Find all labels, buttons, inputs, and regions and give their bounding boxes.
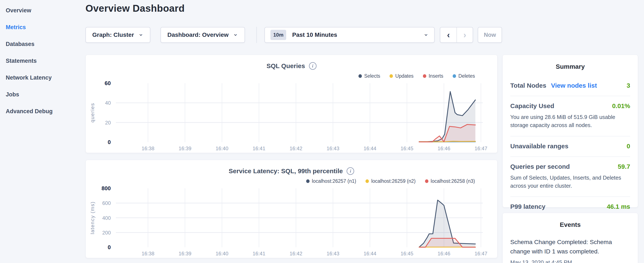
legend-label: localhost:26259 (n2) — [371, 178, 416, 184]
svg-text:16:45: 16:45 — [400, 251, 413, 256]
summary-row-total-nodes: Total Nodes View nodes list 3 — [510, 76, 630, 96]
sidebar-item-jobs[interactable]: Jobs — [0, 86, 81, 103]
page-title: Overview Dashboard — [86, 3, 185, 14]
legend-label: Selects — [364, 73, 380, 79]
total-nodes-label: Total Nodes — [510, 82, 546, 89]
svg-text:16:43: 16:43 — [326, 146, 339, 151]
svg-text:20: 20 — [105, 120, 111, 126]
svg-text:16:41: 16:41 — [252, 251, 265, 256]
time-forward-button[interactable]: › — [456, 28, 473, 42]
legend-label: localhost:26257 (n1) — [312, 178, 356, 184]
svg-text:16:45: 16:45 — [400, 146, 413, 151]
capacity-used-label: Capacity Used — [510, 102, 554, 110]
sidebar-item-databases[interactable]: Databases — [0, 36, 81, 53]
main-content: SQL Queries i SelectsUpdatesInsertsDelet… — [86, 55, 638, 263]
legend-item: localhost:26257 (n1) — [306, 178, 356, 184]
time-window-selector[interactable]: 10m Past 10 Minutes ⌄ — [264, 27, 434, 43]
svg-text:60: 60 — [104, 80, 111, 86]
view-nodes-list-link[interactable]: View nodes list — [551, 82, 597, 89]
p99-latency-label: P99 latency — [510, 203, 545, 210]
svg-text:16:43: 16:43 — [326, 251, 339, 256]
event-message[interactable]: Schema Change Completed: Schema change w… — [510, 237, 630, 256]
legend-label: Updates — [395, 73, 414, 79]
dashboard-dropdown[interactable]: Dashboard: Overview ⌄ — [160, 27, 245, 43]
svg-text:16:46: 16:46 — [438, 146, 450, 151]
svg-text:800: 800 — [102, 185, 111, 191]
sidebar-item-advanced-debug[interactable]: Advanced Debug — [0, 103, 81, 120]
svg-text:16:38: 16:38 — [142, 251, 154, 256]
legend-label: Deletes — [458, 73, 475, 79]
legend-item: Updates — [390, 73, 414, 79]
sidebar-item-network-latency[interactable]: Network Latency — [0, 69, 81, 86]
svg-text:16:47: 16:47 — [474, 146, 487, 151]
sql-queries-legend: SelectsUpdatesInsertsDeletes — [358, 73, 475, 79]
svg-text:16:44: 16:44 — [364, 146, 376, 151]
right-column: Summary Total Nodes View nodes list 3 Ca… — [502, 55, 638, 263]
queries-per-second-value: 59.7 — [618, 163, 630, 170]
service-latency-title: Service Latency: SQL, 99th percentile — [229, 167, 343, 175]
legend-item: Selects — [358, 73, 380, 79]
summary-panel: Summary Total Nodes View nodes list 3 Ca… — [502, 55, 638, 207]
event-timestamp: May 13, 2020 at 4:45 PM — [510, 259, 630, 263]
svg-text:16:44: 16:44 — [364, 251, 376, 256]
capacity-used-value: 0.01% — [612, 102, 630, 110]
summary-row-capacity-used: Capacity Used 0.01% You are using 28.6 M… — [510, 96, 630, 136]
events-panel: Events Schema Change Completed: Schema c… — [502, 213, 638, 263]
sql-queries-title: SQL Queries — [266, 62, 305, 70]
info-icon[interactable]: i — [309, 62, 316, 70]
legend-item: Deletes — [453, 73, 475, 79]
chevron-down-icon: ⌄ — [138, 31, 144, 37]
now-button[interactable]: Now — [478, 27, 502, 43]
events-title: Events — [510, 221, 630, 228]
sidebar-item-overview[interactable]: Overview — [0, 2, 81, 19]
sidebar: Overview Metrics Databases Statements Ne… — [0, 0, 81, 120]
svg-text:16:40: 16:40 — [216, 251, 228, 256]
legend-label: localhost:26258 (n3) — [431, 178, 475, 184]
summary-title: Summary — [510, 63, 630, 70]
time-window-label: Past 10 Minutes — [292, 32, 423, 38]
svg-text:40: 40 — [105, 100, 111, 106]
time-nav-group: ‹ › — [440, 27, 473, 43]
legend-dot-icon — [423, 74, 426, 78]
svg-text:16:39: 16:39 — [178, 251, 191, 256]
svg-text:0: 0 — [108, 244, 111, 250]
chevron-down-icon: ⌄ — [423, 31, 428, 37]
chevron-down-icon: ⌄ — [233, 31, 238, 37]
toolbar-divider — [256, 27, 257, 43]
queries-per-second-label: Queries per second — [510, 163, 570, 170]
legend-item: localhost:26258 (n3) — [425, 178, 475, 184]
legend-dot-icon — [366, 179, 369, 183]
legend-dot-icon — [390, 74, 393, 78]
svg-text:queries: queries — [90, 103, 95, 123]
p99-latency-value: 46.1 ms — [607, 203, 630, 210]
dashboard-dropdown-label: Dashboard: Overview — [167, 32, 228, 38]
svg-text:16:40: 16:40 — [216, 146, 228, 151]
svg-text:16:42: 16:42 — [290, 251, 302, 256]
svg-text:16:46: 16:46 — [438, 251, 450, 256]
legend-dot-icon — [306, 179, 310, 183]
sql-queries-card: SQL Queries i SelectsUpdatesInsertsDelet… — [86, 55, 498, 153]
time-back-button[interactable]: ‹ — [440, 28, 456, 42]
time-window-badge: 10m — [270, 30, 286, 40]
svg-text:400: 400 — [102, 215, 111, 221]
legend-item: Inserts — [423, 73, 443, 79]
svg-text:600: 600 — [102, 200, 111, 206]
graph-dropdown[interactable]: Graph: Cluster ⌄ — [86, 27, 150, 43]
svg-text:16:41: 16:41 — [252, 146, 265, 151]
legend-dot-icon — [425, 179, 428, 183]
toolbar: Graph: Cluster ⌄ Dashboard: Overview ⌄ 1… — [86, 27, 502, 43]
graph-dropdown-label: Graph: Cluster — [92, 32, 134, 38]
unavailable-ranges-label: Unavailable ranges — [510, 143, 568, 150]
unavailable-ranges-value: 0 — [626, 143, 630, 150]
service-latency-legend: localhost:26257 (n1)localhost:26259 (n2)… — [306, 178, 475, 184]
total-nodes-value: 3 — [626, 82, 630, 89]
legend-item: localhost:26259 (n2) — [366, 178, 416, 184]
svg-text:16:47: 16:47 — [474, 251, 487, 256]
sidebar-item-statements[interactable]: Statements — [0, 53, 81, 69]
svg-text:200: 200 — [102, 230, 111, 235]
svg-text:16:42: 16:42 — [290, 146, 302, 151]
sidebar-item-metrics[interactable]: Metrics — [0, 19, 81, 36]
summary-row-queries-per-second: Queries per second 59.7 Sum of Selects, … — [510, 157, 630, 197]
info-icon[interactable]: i — [346, 167, 354, 175]
svg-text:16:38: 16:38 — [142, 146, 154, 151]
